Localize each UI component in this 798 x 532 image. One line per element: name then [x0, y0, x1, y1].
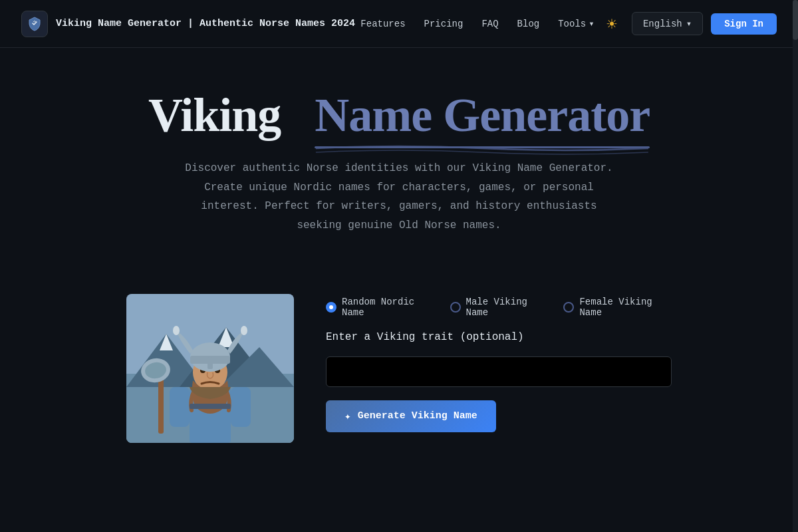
- svg-point-19: [241, 326, 247, 335]
- language-chevron-icon: ▾: [686, 18, 692, 29]
- hero-section: Viking Name Generator Discover authentic…: [0, 48, 798, 294]
- radio-random[interactable]: Random Nordic Name: [326, 297, 434, 318]
- svg-rect-9: [231, 387, 251, 427]
- radio-female[interactable]: Female Viking Name: [563, 297, 672, 318]
- nav-features[interactable]: Features: [360, 19, 405, 29]
- radio-female-circle: [563, 302, 574, 313]
- hero-title-accent-wrapper: Name Generator: [315, 88, 650, 143]
- viking-trait-input[interactable]: [326, 356, 672, 387]
- input-label-text: Enter a Viking trait (optional): [326, 331, 524, 343]
- viking-illustration: [126, 294, 294, 443]
- hero-title-accent: Name Generator: [315, 88, 650, 143]
- svg-rect-21: [190, 404, 231, 409]
- chevron-down-icon: ▾: [589, 18, 594, 29]
- nav-blog[interactable]: Blog: [517, 19, 540, 29]
- generator-section: Random Nordic Name Male Viking Name Fema…: [100, 294, 698, 443]
- svg-rect-20: [207, 357, 213, 369]
- radio-female-label: Female Viking Name: [579, 297, 672, 318]
- wand-icon: ✦: [344, 410, 351, 423]
- svg-rect-8: [170, 387, 190, 427]
- nav-left: Viking Name Generator | Authentic Norse …: [21, 11, 355, 37]
- generate-button-label: Generate Viking Name: [358, 410, 477, 422]
- language-selector[interactable]: English ▾: [632, 12, 703, 35]
- input-label: Enter a Viking trait (optional): [326, 331, 672, 343]
- radio-male-label: Male Viking Name: [466, 297, 548, 318]
- svg-point-18: [173, 326, 180, 335]
- radio-male-circle: [450, 302, 461, 313]
- theme-toggle-button[interactable]: ☀: [600, 12, 624, 36]
- logo-icon: [21, 11, 48, 37]
- scrollbar[interactable]: [793, 0, 798, 532]
- hero-description: Discover authentic Norse identities with…: [180, 159, 618, 235]
- generator-form: Random Nordic Name Male Viking Name Fema…: [326, 294, 672, 432]
- nav-links: Features Pricing FAQ Blog Tools ▾: [360, 18, 594, 29]
- radio-male[interactable]: Male Viking Name: [450, 297, 548, 318]
- site-title: Viking Name Generator | Authentic Norse …: [56, 18, 355, 29]
- language-label: English: [643, 19, 682, 29]
- sign-in-button[interactable]: Sign In: [711, 13, 777, 35]
- sun-icon: ☀: [606, 16, 618, 32]
- radio-group: Random Nordic Name Male Viking Name Fema…: [326, 297, 672, 318]
- radio-random-circle: [326, 302, 336, 313]
- radio-random-label: Random Nordic Name: [342, 297, 434, 318]
- nav-right: ☀ English ▾ Sign In: [600, 12, 777, 36]
- hero-title: Viking Name Generator: [148, 88, 650, 143]
- nav-tools-button[interactable]: Tools ▾: [558, 18, 594, 29]
- generate-button[interactable]: ✦ Generate Viking Name: [326, 400, 496, 432]
- navbar: Viking Name Generator | Authentic Norse …: [0, 0, 798, 48]
- nav-faq[interactable]: FAQ: [481, 19, 498, 29]
- hero-title-main: Viking: [148, 88, 281, 142]
- tools-label: Tools: [558, 19, 586, 29]
- nav-pricing[interactable]: Pricing: [424, 19, 464, 29]
